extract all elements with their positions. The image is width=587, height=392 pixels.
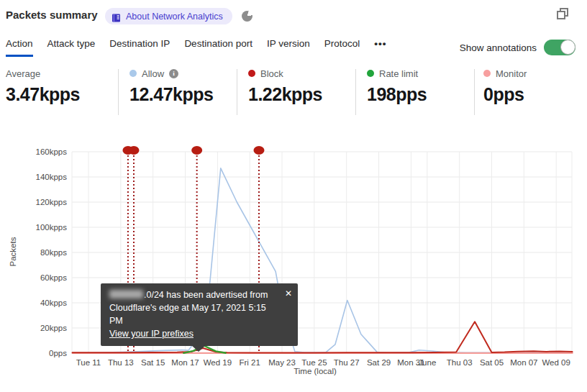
divider [355, 69, 356, 115]
stat-value: 1.22kpps [248, 84, 322, 105]
divider [474, 69, 475, 115]
annotation-tooltip: ✕ .0/24 has been advertised from Cloudfl… [101, 283, 298, 346]
stat-rate-limit: Rate limit 198pps [367, 68, 427, 105]
dimension-tabs: Action Attack type Destination IP Destin… [6, 38, 386, 57]
redacted-ip-prefix [109, 290, 143, 298]
monitor-dot [483, 70, 491, 77]
packets-time-series-chart[interactable]: 0pps20kpps40kpps60kpps80kpps100kpps120kp… [0, 137, 587, 392]
x-tick-label: Tue 11 [76, 358, 101, 367]
tab-action[interactable]: Action [6, 38, 33, 57]
tooltip-line2: Cloudflare's edge at May 17, 2021 5:15 P… [109, 303, 266, 326]
tooltip-line1: .0/24 has been advertised from [144, 290, 268, 300]
y-tick-label: 40kpps [40, 298, 67, 307]
stat-value: 12.47kpps [129, 84, 213, 105]
y-tick-label: 160kpps [36, 147, 68, 156]
x-axis-title: Time (local) [294, 367, 337, 375]
annotation-dot[interactable] [129, 146, 140, 155]
tab-ip-version[interactable]: IP version [267, 38, 310, 55]
x-tick-label: Sat 05 [480, 358, 504, 367]
view-ip-prefixes-link[interactable]: View your IP prefixes [109, 329, 194, 339]
annotations-toggle[interactable] [544, 40, 575, 55]
info-icon[interactable] [169, 69, 178, 78]
block-dot [248, 70, 255, 77]
pie-progress-icon[interactable] [242, 11, 252, 22]
x-tick-label: Thu 03 [447, 358, 473, 367]
x-tick-label: Wed 09 [542, 358, 570, 367]
x-tick-label: June [418, 358, 436, 367]
x-tick-label: Thu 27 [334, 358, 360, 367]
badge-label: About Network Analytics [126, 12, 223, 22]
tab-destination-ip[interactable]: Destination IP [109, 38, 170, 55]
stat-value: 198pps [367, 84, 427, 105]
stat-value: 0pps [483, 84, 527, 105]
stat-allow: Allow 12.47kpps [129, 68, 213, 105]
x-tick-label: Wed 19 [204, 358, 232, 367]
stat-label: Allow [142, 68, 164, 79]
tooltip-caret [191, 345, 206, 352]
x-tick-label: Sat 29 [367, 358, 391, 367]
y-tick-label: 80kpps [40, 248, 67, 257]
x-tick-label: Fri 21 [239, 358, 260, 367]
x-tick-label: Mon 07 [510, 358, 537, 367]
y-tick-label: 0pps [49, 349, 67, 357]
page-title: Packets summary [6, 9, 98, 21]
y-tick-label: 120kpps [36, 198, 68, 206]
divider [118, 69, 119, 115]
stat-label: Block [260, 68, 283, 79]
open-in-window-icon[interactable] [557, 8, 568, 19]
show-annotations-label: Show annotations [460, 42, 537, 53]
front-square [557, 11, 565, 19]
toggle-knob [560, 40, 575, 55]
packets-summary-panel: Packets summary About Network Analytics … [0, 0, 587, 392]
stat-block: Block 1.22kpps [248, 68, 322, 105]
y-tick-label: 100kpps [36, 223, 68, 232]
x-tick-label: Tue 25 [301, 358, 327, 367]
stat-average: Average 3.47kpps [6, 68, 80, 105]
stat-value: 3.47kpps [6, 84, 80, 105]
allow-dot [129, 70, 137, 77]
y-axis-title: Packets [9, 237, 17, 266]
stat-label: Rate limit [379, 68, 418, 79]
y-tick-label: 60kpps [40, 273, 67, 282]
stat-label: Monitor [496, 68, 527, 79]
stat-label: Average [6, 68, 40, 79]
x-tick-label: Thu 13 [108, 358, 134, 367]
x-tick-label: Mon 17 [171, 358, 199, 367]
show-annotations-control: Show annotations [460, 40, 575, 55]
tab-destination-port[interactable]: Destination port [184, 38, 252, 55]
tab-attack-type[interactable]: Attack type [47, 38, 96, 55]
x-tick-label: May 23 [268, 358, 296, 367]
y-tick-label: 140kpps [36, 173, 68, 181]
annotation-dot[interactable] [191, 146, 202, 155]
about-network-analytics-badge[interactable]: About Network Analytics [105, 8, 232, 24]
more-tabs-button[interactable]: ••• [374, 38, 386, 55]
rate-limit-dot [367, 70, 374, 77]
tab-protocol[interactable]: Protocol [324, 38, 360, 55]
y-tick-label: 20kpps [40, 324, 67, 332]
stat-monitor: Monitor 0pps [483, 68, 527, 105]
annotation-dot[interactable] [253, 146, 264, 155]
divider [237, 69, 237, 115]
x-tick-label: Sat 15 [141, 358, 165, 367]
close-icon[interactable]: ✕ [285, 287, 292, 300]
book-icon [112, 12, 121, 21]
